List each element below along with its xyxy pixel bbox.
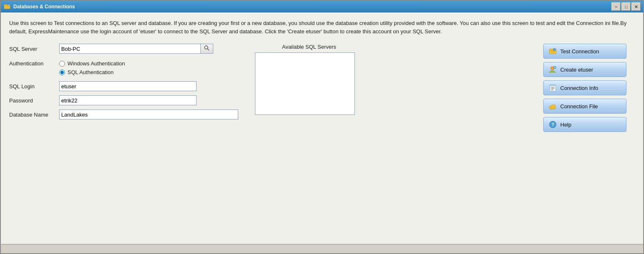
minimize-button[interactable]: – [612,2,621,11]
svg-rect-19 [551,90,553,90]
sql-auth-row: SQL Authentication [59,69,125,75]
sql-servers-section: Available SQL Servers [255,44,363,115]
test-connection-button[interactable]: Test Connection [543,44,627,59]
windows-auth-row: Windows Authentication [59,60,125,67]
svg-rect-20 [550,107,555,107]
content-area: Use this screen to Test connections to a… [1,12,643,244]
connection-file-button[interactable]: Connection File [543,99,627,114]
sql-servers-label: Available SQL Servers [255,44,363,50]
connection-info-icon [549,84,557,92]
authentication-row: Authentication Windows Authentication SQ… [9,60,238,75]
statusbar [1,244,643,253]
database-name-label: Database Name [9,112,55,118]
help-label: Help [560,122,621,128]
sql-auth-radio[interactable] [59,70,65,75]
help-button[interactable]: ? Help [543,117,627,132]
connection-info-button[interactable]: Connection Info [543,80,627,95]
sql-servers-list[interactable] [255,52,355,115]
auth-section: Windows Authentication SQL Authenticatio… [59,60,125,75]
svg-text:?: ? [552,122,554,127]
database-name-input[interactable] [59,110,238,120]
password-label: Password [9,97,55,104]
close-button[interactable]: ✕ [632,2,641,11]
buttons-section: Test Connection Create etuser [363,44,635,132]
svg-point-5 [205,46,208,49]
maximize-button[interactable]: □ [622,2,631,11]
password-row: Password [9,95,238,105]
sql-server-row: SQL Server [9,44,238,54]
main-window: db Databases & Connections – □ ✕ Use thi… [0,0,644,254]
password-input[interactable] [59,95,197,105]
titlebar-title: Databases & Connections [13,4,609,10]
test-connection-label: Test Connection [560,48,621,55]
create-etuser-button[interactable]: Create etuser [543,62,627,77]
windows-auth-label[interactable]: Windows Authentication [67,60,125,67]
sql-login-row: SQL Login [9,81,238,91]
sql-auth-label[interactable]: SQL Authentication [67,69,114,75]
connection-file-icon [549,102,557,110]
database-name-row: Database Name [9,110,238,120]
form-section: SQL Server [9,44,238,120]
titlebar-icon: db [3,3,11,10]
description-text: Use this screen to Test connections to a… [9,19,635,35]
sql-server-label: SQL Server [9,46,55,52]
svg-rect-17 [551,87,554,88]
help-icon: ? [549,120,557,129]
main-area: SQL Server [9,44,635,132]
titlebar: db Databases & Connections – □ ✕ [1,1,643,12]
svg-rect-9 [550,51,555,52]
connection-info-label: Connection Info [560,85,621,91]
sql-server-input[interactable] [59,44,201,54]
sql-login-input[interactable] [59,81,197,91]
sql-login-label: SQL Login [9,83,55,90]
svg-line-6 [207,49,209,50]
sql-server-input-wrap [59,44,213,54]
svg-rect-21 [550,108,555,108]
titlebar-buttons: – □ ✕ [612,2,641,11]
connection-file-label: Connection File [560,103,621,110]
authentication-label: Authentication [9,60,55,67]
windows-auth-radio[interactable] [59,61,65,67]
create-etuser-icon [549,65,557,74]
svg-point-11 [551,67,554,70]
svg-rect-16 [550,85,556,86]
browse-button[interactable] [201,44,213,54]
test-connection-icon [549,47,557,55]
svg-rect-2 [5,7,9,7]
create-etuser-label: Create etuser [560,67,621,73]
svg-rect-18 [551,88,554,89]
browse-icon [204,45,210,53]
svg-text:db: db [8,5,10,6]
